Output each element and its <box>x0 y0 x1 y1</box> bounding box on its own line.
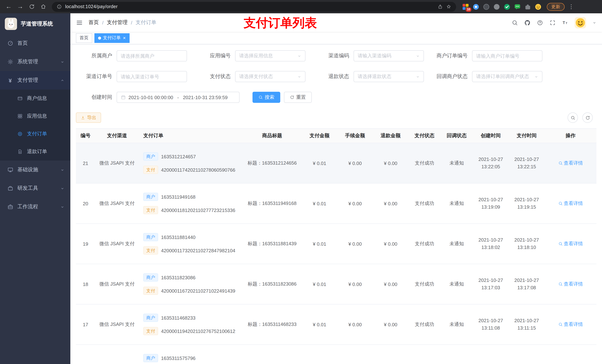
filter-label: 渠道订单号 <box>76 73 117 80</box>
table-row: 19微信 JSAPI 支付商户1635311881440支付4200001173… <box>76 224 596 264</box>
refresh-table-button[interactable] <box>582 113 593 123</box>
url-text: localhost:1024/pay/order <box>65 4 434 9</box>
extension-dark-icon[interactable] <box>483 3 490 10</box>
header-search-icon[interactable] <box>512 20 518 26</box>
url-bar[interactable]: localhost:1024/pay/order <box>52 2 456 12</box>
extension-emoji-icon[interactable] <box>535 3 542 10</box>
user-menu-caret-icon[interactable] <box>592 21 596 25</box>
view-detail-link[interactable]: 查看详情 <box>558 281 583 287</box>
app-no-select[interactable]: 请选择应用信息 <box>235 50 305 62</box>
sidebar-item-pay-order[interactable]: 支付订单 <box>0 125 70 143</box>
view-detail-link[interactable]: 查看详情 <box>558 160 583 166</box>
browser-forward-icon[interactable]: → <box>15 2 25 12</box>
cell-created: 2021-10-2713:17:03 <box>473 264 509 304</box>
browser-refresh-icon[interactable] <box>27 2 37 12</box>
merchant-order-no-input[interactable] <box>472 50 542 62</box>
browser-update-button[interactable]: 更新 <box>547 3 565 10</box>
search-button[interactable]: 搜索 <box>252 92 280 103</box>
monitor-icon <box>7 167 13 173</box>
font-size-icon[interactable]: TT <box>562 20 568 26</box>
cell-pay-order: 商户1635311575796 <box>139 344 243 364</box>
cell-notify: 未通知 <box>441 264 473 304</box>
tabs-bar: 首页 支付订单 × <box>70 32 602 44</box>
user-avatar[interactable] <box>575 17 586 28</box>
help-icon[interactable] <box>537 20 543 26</box>
github-icon[interactable] <box>524 20 531 26</box>
merchant-input[interactable] <box>117 50 187 62</box>
refund-status-select[interactable]: 请选择退款状态 <box>354 71 424 82</box>
app-logo[interactable]: 芋道管理系统 <box>0 13 70 34</box>
cell-id: 19 <box>76 224 95 264</box>
sidebar-item-system[interactable]: 系统管理 <box>0 52 70 71</box>
magnifier-icon <box>558 241 563 246</box>
fullscreen-icon[interactable] <box>549 20 556 26</box>
pay-tag: 支付 <box>143 327 158 335</box>
tab-pay-order[interactable]: 支付订单 × <box>94 33 129 43</box>
extension-pin-icon[interactable] <box>473 3 479 10</box>
view-detail-link[interactable]: 查看详情 <box>558 321 583 328</box>
cell-refund <box>373 344 408 364</box>
screen: ← → localhost:1024/pay/order 10 更新 ⋮ <box>0 0 602 364</box>
reset-button[interactable]: 重置 <box>284 92 312 103</box>
table-row: 商户1635311575796 <box>76 344 596 364</box>
sidebar-item-payment[interactable]: ¥支付管理 <box>0 71 70 90</box>
merchant-tag: 商户 <box>143 193 158 201</box>
sidebar-item-dev-tools[interactable]: 研发工具 <box>0 179 70 198</box>
toggle-search-button[interactable] <box>568 113 578 123</box>
refresh-icon <box>585 115 590 120</box>
share-icon[interactable] <box>438 4 443 9</box>
tab-home[interactable]: 首页 <box>76 33 92 43</box>
extension-gray-icon[interactable] <box>493 3 500 10</box>
cell-title: 标题：1635311823086 <box>243 264 302 304</box>
bookmark-star-icon[interactable] <box>446 4 451 9</box>
pay-status-select[interactable]: 请选择支付状态 <box>235 71 305 82</box>
site-info-icon[interactable] <box>57 4 62 9</box>
browser-back-icon[interactable]: ← <box>4 2 14 12</box>
column-paid: 支付时间 <box>509 129 545 143</box>
create-time-range-picker[interactable]: 2021-10-01 00:00:00 - 2021-10-31 23:59:5… <box>117 92 239 103</box>
cell-created: 2021-10-2713:18:02 <box>473 224 509 264</box>
cell-created: 2021-10-2713:19:09 <box>473 183 509 224</box>
sidebar-item-app-info[interactable]: 应用信息 <box>0 107 70 125</box>
sidebar-item-merchant-info[interactable]: 商户信息 <box>0 90 70 107</box>
svg-text:T: T <box>566 21 567 24</box>
extensions-area: 10 <box>462 3 542 10</box>
notify-status-select[interactable]: 请选择订单回调商户状态 <box>472 71 542 82</box>
browser-menu-icon[interactable]: ⋮ <box>568 2 575 12</box>
column-id: 编号 <box>76 129 95 143</box>
filter-create-time: 创建时间 2021-10-01 00:00:00 - 2021-10-31 23… <box>76 92 239 103</box>
table-row: 20微信 JSAPI 支付商户1635311949168支付4200001181… <box>76 183 596 224</box>
tab-close-icon[interactable]: × <box>123 35 126 40</box>
magnifier-icon <box>558 161 563 165</box>
breadcrumb-item[interactable]: 首页 <box>88 19 99 26</box>
chevron-down-icon <box>60 186 64 190</box>
sidebar-item-workflow[interactable]: 工作流程 <box>0 198 70 216</box>
cell-fee <box>337 344 373 364</box>
sidebar-toggle-icon[interactable] <box>76 19 83 26</box>
sidebar-item-home[interactable]: 首页 <box>0 34 70 52</box>
view-detail-link[interactable]: 查看详情 <box>558 200 583 207</box>
breadcrumb-item[interactable]: 支付管理 <box>107 19 128 26</box>
export-button[interactable]: 导出 <box>76 113 101 123</box>
channel-code-select[interactable]: 请输入渠道编码 <box>354 50 424 62</box>
cell-channel: 微信 JSAPI 支付 <box>95 183 139 224</box>
filter-merchant-order-no: 商户订单编号 <box>431 50 542 62</box>
view-detail-link[interactable]: 查看详情 <box>558 240 583 247</box>
merchant-tag: 商户 <box>143 354 158 362</box>
browser-home-icon[interactable] <box>38 2 48 12</box>
sidebar-item-infrastructure[interactable]: 基础设施 <box>0 161 70 179</box>
extension-chat-icon[interactable] <box>514 3 521 10</box>
sidebar-item-refund-order[interactable]: 退款订单 <box>0 143 70 161</box>
magnifier-icon <box>558 282 563 286</box>
filter-channel-code: 渠道编码请输入渠道编码 <box>313 50 424 62</box>
extension-colorful-icon[interactable]: 10 <box>462 3 469 10</box>
extension-puzzle-icon[interactable] <box>524 3 531 10</box>
target-icon <box>17 131 23 137</box>
download-icon <box>81 115 85 120</box>
cell-status <box>408 344 441 364</box>
cell-paid: 2021-10-2713:18:10 <box>509 224 545 264</box>
cell-fee: ¥ 0.00 <box>337 304 373 344</box>
channel-order-no-input[interactable] <box>117 71 187 82</box>
extension-check-icon[interactable] <box>504 3 511 10</box>
cell-action: 查看详情 <box>545 224 596 264</box>
